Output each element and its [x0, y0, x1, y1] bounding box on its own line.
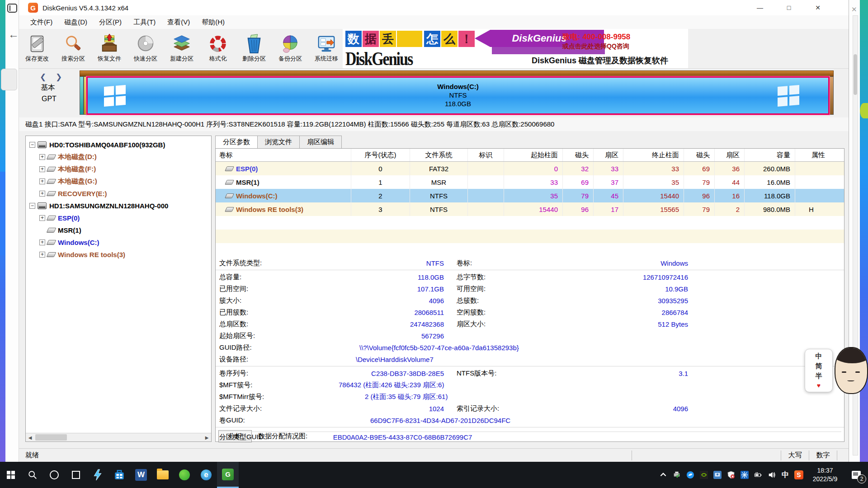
taskbar-app-lightning[interactable] [87, 462, 108, 488]
ime-chinese[interactable]: 中 [816, 352, 822, 361]
menu-disk[interactable]: 磁盘(D) [58, 18, 93, 27]
ime-simplified[interactable]: 简 [816, 362, 822, 371]
back-arrow-icon: ← [8, 28, 19, 41]
tree-item-hd1[interactable]: −HD1:SAMSUNGMZNLN128HAHQ-000 [26, 200, 211, 212]
menu-view[interactable]: 查看(V) [161, 18, 196, 27]
table-row-esp[interactable]: ESP(0) 0 FAT32 0 32 33 33 69 36 260.0MB [216, 162, 844, 175]
tree-item-msr[interactable]: MSR(1) [26, 224, 211, 236]
system-migration-button[interactable]: 系统迁移 [308, 29, 344, 68]
tree-item-windows-c[interactable]: +Windows(C:) [26, 236, 211, 249]
cortana-button[interactable] [43, 462, 65, 488]
taskbar-app-word[interactable]: W [130, 462, 152, 488]
security-shield-tray-icon[interactable] [724, 462, 738, 488]
tab-browse-files[interactable]: 浏览文件 [258, 136, 300, 148]
sogou-tray-icon[interactable]: S [792, 462, 806, 488]
taskbar-app-store[interactable] [108, 462, 130, 488]
hdd-icon [38, 202, 47, 209]
close-button[interactable]: ✕ [803, 0, 832, 15]
task-view-icon [72, 471, 80, 479]
recover-files-button[interactable]: 恢复文件 [91, 29, 127, 68]
taskbar-app-diskgenius-active[interactable]: G [217, 462, 239, 488]
menu-help[interactable]: 帮助(H) [196, 18, 231, 27]
table-row-windows-c-selected[interactable]: Windows(C:) 2 NTFS 35 79 45 15440 96 16 … [216, 189, 844, 202]
table-header: 卷标 序号(状态) 文件系统 标识 起始柱面 磁头 扇区 终止柱面 磁头 扇区 … [216, 149, 844, 162]
banner-phone: 致电: 400-008-9958 [562, 32, 630, 42]
power-battery-tray-icon[interactable] [751, 462, 765, 488]
task-view-button[interactable] [65, 462, 87, 488]
messenger-tray-icon[interactable] [684, 462, 697, 488]
main-area: −HD0:TOSHIBAMQ04ABF100(932GB) +本地磁盘(D:) … [19, 132, 849, 448]
scroll-left-button[interactable]: ◀ [26, 433, 34, 441]
taskbar-search-button[interactable] [22, 462, 43, 488]
backup-partition-button[interactable]: 备份分区 [272, 29, 308, 68]
menu-file[interactable]: 文件(F) [24, 18, 58, 27]
table-row-msr[interactable]: MSR(1) 1 MSR 33 69 37 35 79 44 16.0MB [216, 175, 844, 189]
table-row-empty [216, 243, 844, 257]
tree-item-hd0[interactable]: −HD0:TOSHIBAMQ04ABF100(932GB) [26, 139, 211, 151]
banner-block [397, 31, 422, 47]
menu-partition[interactable]: 分区(P) [93, 18, 127, 27]
tab-sector-edit[interactable]: 扇区编辑 [300, 136, 342, 148]
ime-toolbar-widget[interactable]: 中 简 半 ♥ [805, 349, 833, 392]
minimize-button[interactable]: — [745, 0, 774, 15]
quick-partition-button[interactable]: 快速分区 [127, 29, 164, 68]
banner-ad[interactable]: 数 据 丢 怎 么 ！ DiskGenius DiskGenius 致电: 40… [343, 29, 688, 68]
table-row-empty [216, 216, 844, 230]
disk-bar-panel: ❮ ❯ 基本 GPT Windows(C:) NTFS 118.0GB [19, 69, 849, 117]
background-panel-fragment [1, 69, 17, 90]
ime-heart-icon[interactable]: ♥ [817, 382, 821, 389]
ime-indicator[interactable]: 中 [778, 462, 792, 488]
taskbar-file-explorer[interactable] [152, 462, 174, 488]
tree-item-winre[interactable]: +Windows RE tools(3) [26, 249, 211, 261]
taskbar-app-edge[interactable]: e [195, 462, 217, 488]
windows-c-partition-block[interactable]: Windows(C:) NTFS 118.0GB [86, 76, 830, 115]
banner-qq-link[interactable]: 或点击此处选择QQ咨询 [562, 42, 629, 51]
maximize-button[interactable]: □ [774, 0, 803, 15]
tree-horizontal-scrollbar[interactable]: ◀ ▶ [26, 433, 211, 441]
background-scrollbar-thumb[interactable] [854, 54, 857, 95]
tree-item-local-d[interactable]: +本地磁盘(D:) [26, 151, 211, 163]
scroll-right-button[interactable]: ▶ [203, 433, 211, 441]
window-statusbar: 就绪 大写 数字 [19, 448, 849, 462]
lightning-icon [92, 469, 104, 481]
partition-name: Windows(C:) [437, 83, 479, 91]
ime-halfwidth[interactable]: 半 [816, 372, 822, 380]
tree-item-local-g[interactable]: +本地磁盘(G:) [26, 175, 211, 188]
menubar: 文件(F) 磁盘(D) 分区(P) 工具(T) 查看(V) 帮助(H) [19, 15, 849, 29]
titlebar: G DiskGenius V5.4.3.1342 x64 — □ ✕ [19, 0, 849, 15]
search-partition-button[interactable]: 搜索分区 [55, 29, 91, 68]
taskbar-clock[interactable]: 18:37 2022/5/9 [806, 466, 844, 483]
partition-icon [47, 179, 57, 184]
snowflake-tray-icon[interactable] [738, 462, 751, 488]
disk-nav-arrows[interactable]: ❮ ❯ [40, 72, 66, 82]
start-button[interactable] [0, 462, 22, 488]
tree-item-recovery-e[interactable]: +RECOVERY(E:) [26, 188, 211, 200]
esp-partition-sliver[interactable] [80, 76, 84, 115]
save-changes-button[interactable]: 保存更改 [19, 29, 55, 68]
new-partition-button[interactable]: 新建分区 [164, 29, 200, 68]
scrollbar-thumb[interactable] [35, 434, 67, 441]
hidden-icons-chevron[interactable] [656, 462, 670, 488]
printer-tray-icon[interactable] [670, 462, 684, 488]
tree-item-local-f[interactable]: +本地磁盘(F:) [26, 163, 211, 175]
nvidia-tray-icon[interactable] [697, 462, 711, 488]
taskbar-app-360browser[interactable] [174, 462, 195, 488]
tab-partition-params[interactable]: 分区参数 [215, 136, 258, 148]
tree-item-esp[interactable]: +ESP(0) [26, 212, 211, 224]
partition-icon [47, 252, 57, 257]
table-row-winre[interactable]: Windows RE tools(3) 3 NTFS 15440 96 17 1… [216, 202, 844, 216]
action-center-button[interactable]: 2 [844, 462, 868, 488]
disk-mode-label: 基本 [41, 83, 55, 93]
banner-block: 丢 [380, 31, 396, 47]
delete-partition-button[interactable]: 删除分区 [236, 29, 272, 68]
desktop-fragment [0, 172, 5, 255]
format-button[interactable]: 格式化 [200, 29, 236, 68]
speaker-tray-icon[interactable] [765, 462, 778, 488]
partition-icon [47, 240, 57, 245]
hdd-icon [38, 141, 47, 148]
winre-partition-sliver[interactable] [830, 76, 834, 115]
new-partition-icon [172, 34, 192, 54]
menu-tools[interactable]: 工具(T) [127, 18, 161, 27]
clock-date: 2022/5/9 [806, 475, 844, 483]
intel-graphics-tray-icon[interactable] [711, 462, 724, 488]
